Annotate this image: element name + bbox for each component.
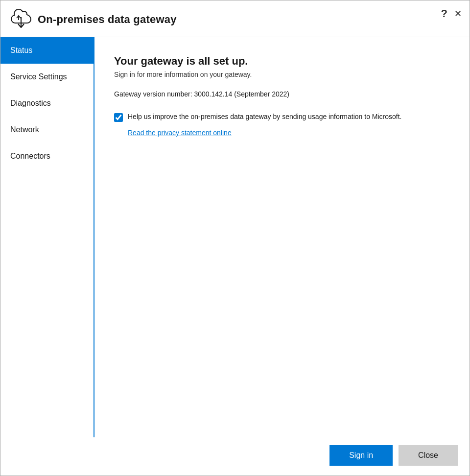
title-bar: On-premises data gateway ? ✕ [0, 0, 470, 37]
footer: Sign in Close [0, 437, 470, 476]
sidebar-item-diagnostics[interactable]: Diagnostics [0, 90, 94, 117]
cloud-upload-icon [10, 9, 32, 30]
content-area: Your gateway is all set up. Sign in for … [94, 37, 470, 437]
sign-in-button[interactable]: Sign in [329, 445, 393, 466]
content-subtitle: Sign in for more information on your gat… [114, 71, 450, 78]
app-window: On-premises data gateway ? ✕ Status Serv… [0, 0, 470, 476]
app-title: On-premises data gateway [38, 13, 177, 26]
usage-checkbox-wrapper [114, 112, 123, 122]
content-title: Your gateway is all set up. [114, 55, 450, 68]
sidebar-item-status[interactable]: Status [0, 37, 94, 64]
sidebar-item-network[interactable]: Network [0, 117, 94, 143]
version-text: Gateway version number: 3000.142.14 (Sep… [114, 90, 450, 98]
usage-checkbox[interactable] [114, 113, 123, 122]
help-button[interactable]: ? [441, 8, 447, 19]
main-layout: Status Service Settings Diagnostics Netw… [0, 37, 470, 437]
usage-checkbox-row: Help us improve the on-premises data gat… [114, 112, 450, 122]
privacy-link[interactable]: Read the privacy statement online [128, 129, 450, 137]
sidebar-item-service-settings[interactable]: Service Settings [0, 64, 94, 90]
close-window-button[interactable]: ✕ [454, 9, 462, 18]
sidebar-item-connectors[interactable]: Connectors [0, 143, 94, 169]
content-spacer [114, 137, 450, 428]
usage-checkbox-label[interactable]: Help us improve the on-premises data gat… [128, 112, 402, 122]
close-button[interactable]: Close [399, 445, 458, 466]
title-bar-left: On-premises data gateway [10, 9, 462, 30]
sidebar: Status Service Settings Diagnostics Netw… [0, 37, 94, 437]
title-bar-controls: ? ✕ [441, 8, 462, 19]
